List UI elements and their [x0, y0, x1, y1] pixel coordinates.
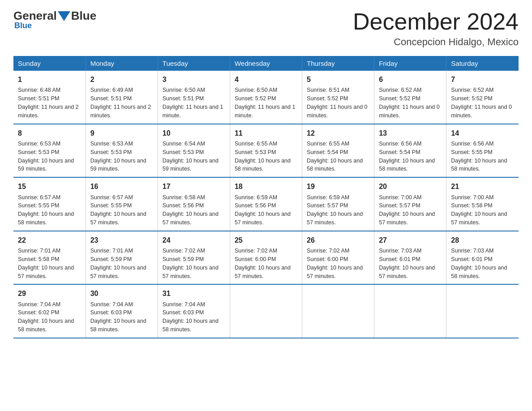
day-number: 29 [18, 288, 81, 299]
day-cell: 4Sunrise: 6:50 AMSunset: 5:52 PMDaylight… [230, 71, 302, 124]
header-thursday: Thursday [302, 56, 374, 71]
day-info: Sunrise: 6:51 AMSunset: 5:52 PMDaylight:… [307, 87, 368, 119]
day-info: Sunrise: 7:03 AMSunset: 6:01 PMDaylight:… [379, 248, 435, 279]
day-info: Sunrise: 6:53 AMSunset: 5:53 PMDaylight:… [18, 141, 74, 172]
day-cell: 6Sunrise: 6:52 AMSunset: 5:52 PMDaylight… [374, 71, 446, 124]
calendar-table: SundayMondayTuesdayWednesdayThursdayFrid… [13, 56, 519, 338]
day-cell: 2Sunrise: 6:49 AMSunset: 5:51 PMDaylight… [86, 71, 158, 124]
calendar-subtitle: Concepcion Hidalgo, Mexico [353, 36, 519, 48]
logo: General Blue Blue [13, 9, 96, 30]
day-cell [302, 284, 374, 338]
day-cell: 25Sunrise: 7:02 AMSunset: 6:00 PMDayligh… [230, 231, 302, 285]
day-number: 19 [307, 181, 369, 192]
day-info: Sunrise: 6:56 AMSunset: 5:55 PMDaylight:… [451, 141, 507, 172]
day-info: Sunrise: 6:57 AMSunset: 5:55 PMDaylight:… [18, 194, 74, 226]
day-number: 22 [18, 235, 81, 245]
day-cell: 30Sunrise: 7:04 AMSunset: 6:03 PMDayligh… [86, 284, 158, 338]
day-number: 15 [18, 181, 81, 192]
day-number: 28 [451, 235, 514, 245]
day-cell: 12Sunrise: 6:55 AMSunset: 5:54 PMDayligh… [302, 124, 374, 178]
day-cell: 10Sunrise: 6:54 AMSunset: 5:53 PMDayligh… [158, 124, 230, 178]
day-number: 13 [379, 128, 442, 138]
header-sunday: Sunday [13, 56, 86, 71]
day-number: 8 [18, 128, 81, 138]
day-cell: 24Sunrise: 7:02 AMSunset: 5:59 PMDayligh… [158, 231, 230, 285]
day-cell: 18Sunrise: 6:59 AMSunset: 5:56 PMDayligh… [230, 177, 302, 231]
day-cell: 3Sunrise: 6:50 AMSunset: 5:51 PMDaylight… [158, 71, 230, 124]
day-cell: 5Sunrise: 6:51 AMSunset: 5:52 PMDaylight… [302, 71, 374, 124]
day-number: 1 [18, 74, 81, 85]
week-row-3: 15Sunrise: 6:57 AMSunset: 5:55 PMDayligh… [13, 177, 519, 231]
day-info: Sunrise: 6:59 AMSunset: 5:57 PMDaylight:… [307, 194, 363, 226]
day-info: Sunrise: 6:55 AMSunset: 5:54 PMDaylight:… [307, 141, 363, 172]
day-info: Sunrise: 6:55 AMSunset: 5:53 PMDaylight:… [235, 141, 291, 172]
day-number: 17 [163, 181, 225, 192]
week-row-4: 22Sunrise: 7:01 AMSunset: 5:58 PMDayligh… [13, 231, 519, 285]
day-number: 30 [90, 288, 153, 299]
day-cell: 22Sunrise: 7:01 AMSunset: 5:58 PMDayligh… [13, 231, 86, 285]
day-info: Sunrise: 7:03 AMSunset: 6:01 PMDaylight:… [451, 248, 507, 279]
day-cell: 19Sunrise: 6:59 AMSunset: 5:57 PMDayligh… [302, 177, 374, 231]
day-info: Sunrise: 7:04 AMSunset: 6:02 PMDaylight:… [18, 301, 74, 333]
day-cell: 26Sunrise: 7:02 AMSunset: 6:00 PMDayligh… [302, 231, 374, 285]
day-number: 27 [379, 235, 442, 245]
header-tuesday: Tuesday [158, 56, 230, 71]
day-number: 23 [90, 235, 153, 245]
day-info: Sunrise: 7:00 AMSunset: 5:58 PMDaylight:… [451, 194, 507, 226]
day-number: 18 [235, 181, 297, 192]
day-cell: 13Sunrise: 6:56 AMSunset: 5:54 PMDayligh… [374, 124, 446, 178]
header-wednesday: Wednesday [230, 56, 302, 71]
day-info: Sunrise: 6:59 AMSunset: 5:56 PMDaylight:… [235, 194, 291, 226]
day-cell: 29Sunrise: 7:04 AMSunset: 6:02 PMDayligh… [13, 284, 86, 338]
day-cell: 17Sunrise: 6:58 AMSunset: 5:56 PMDayligh… [158, 177, 230, 231]
day-info: Sunrise: 7:01 AMSunset: 5:58 PMDaylight:… [18, 248, 74, 279]
day-cell: 23Sunrise: 7:01 AMSunset: 5:59 PMDayligh… [86, 231, 158, 285]
day-number: 12 [307, 128, 369, 138]
day-info: Sunrise: 6:50 AMSunset: 5:51 PMDaylight:… [163, 87, 223, 119]
day-number: 14 [451, 128, 514, 138]
day-number: 24 [163, 235, 225, 245]
day-info: Sunrise: 7:04 AMSunset: 6:03 PMDaylight:… [163, 301, 219, 333]
day-number: 6 [379, 74, 442, 85]
day-number: 31 [163, 288, 225, 299]
day-number: 7 [451, 74, 514, 85]
day-number: 25 [235, 235, 297, 245]
day-cell: 11Sunrise: 6:55 AMSunset: 5:53 PMDayligh… [230, 124, 302, 178]
week-row-2: 8Sunrise: 6:53 AMSunset: 5:53 PMDaylight… [13, 124, 519, 178]
day-cell: 31Sunrise: 7:04 AMSunset: 6:03 PMDayligh… [158, 284, 230, 338]
day-info: Sunrise: 7:02 AMSunset: 5:59 PMDaylight:… [163, 248, 219, 279]
day-info: Sunrise: 7:01 AMSunset: 5:59 PMDaylight:… [90, 248, 146, 279]
week-row-1: 1Sunrise: 6:48 AMSunset: 5:51 PMDaylight… [13, 71, 519, 124]
day-number: 26 [307, 235, 369, 245]
day-number: 5 [307, 74, 369, 85]
page-header: General Blue Blue December 2024 Concepci… [13, 9, 519, 48]
calendar-title: December 2024 [353, 9, 519, 34]
day-cell [446, 284, 519, 338]
day-cell: 28Sunrise: 7:03 AMSunset: 6:01 PMDayligh… [446, 231, 519, 285]
header-saturday: Saturday [446, 56, 519, 71]
logo-blue-text: Blue [71, 9, 96, 23]
day-cell: 16Sunrise: 6:57 AMSunset: 5:55 PMDayligh… [86, 177, 158, 231]
week-row-5: 29Sunrise: 7:04 AMSunset: 6:02 PMDayligh… [13, 284, 519, 338]
header-monday: Monday [86, 56, 158, 71]
calendar-header-row: SundayMondayTuesdayWednesdayThursdayFrid… [13, 56, 519, 71]
day-info: Sunrise: 6:48 AMSunset: 5:51 PMDaylight:… [18, 87, 79, 119]
day-info: Sunrise: 6:58 AMSunset: 5:56 PMDaylight:… [163, 194, 219, 226]
day-info: Sunrise: 6:50 AMSunset: 5:52 PMDaylight:… [235, 87, 296, 119]
day-info: Sunrise: 6:52 AMSunset: 5:52 PMDaylight:… [451, 87, 512, 119]
day-number: 21 [451, 181, 514, 192]
day-number: 16 [90, 181, 153, 192]
day-info: Sunrise: 6:57 AMSunset: 5:55 PMDaylight:… [90, 194, 146, 226]
day-cell: 20Sunrise: 7:00 AMSunset: 5:57 PMDayligh… [374, 177, 446, 231]
day-cell: 15Sunrise: 6:57 AMSunset: 5:55 PMDayligh… [13, 177, 86, 231]
day-cell: 14Sunrise: 6:56 AMSunset: 5:55 PMDayligh… [446, 124, 519, 178]
day-cell [230, 284, 302, 338]
logo-triangle-icon [58, 11, 70, 21]
day-info: Sunrise: 6:53 AMSunset: 5:53 PMDaylight:… [90, 141, 146, 172]
day-info: Sunrise: 6:49 AMSunset: 5:51 PMDaylight:… [90, 87, 151, 119]
day-cell: 7Sunrise: 6:52 AMSunset: 5:52 PMDaylight… [446, 71, 519, 124]
title-area: December 2024 Concepcion Hidalgo, Mexico [353, 9, 519, 48]
day-number: 11 [235, 128, 297, 138]
day-info: Sunrise: 7:02 AMSunset: 6:00 PMDaylight:… [235, 248, 291, 279]
day-cell: 1Sunrise: 6:48 AMSunset: 5:51 PMDaylight… [13, 71, 86, 124]
